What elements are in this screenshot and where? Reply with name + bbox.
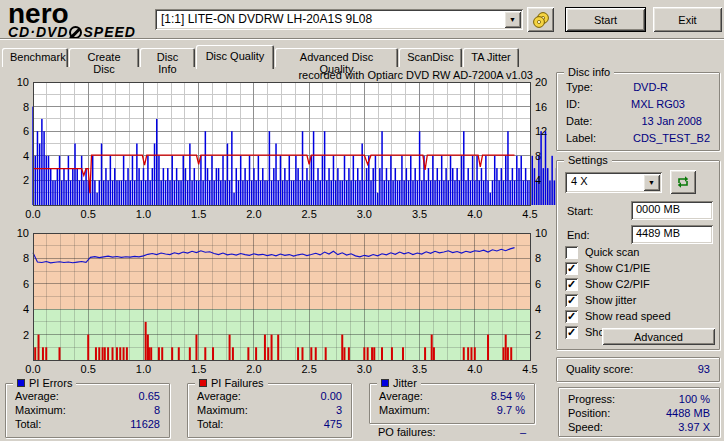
- pi-errors-title: PI Errors: [29, 377, 72, 389]
- tab-scandisc[interactable]: ScanDisc: [399, 48, 462, 67]
- tab-advanced-disc-quality[interactable]: Advanced Disc Quality: [275, 48, 398, 67]
- quality-score-value: 93: [698, 363, 710, 376]
- checkbox-box[interactable]: ✓: [565, 278, 578, 291]
- svg-text:3.0: 3.0: [357, 363, 372, 375]
- pi-errors-box: PI Errors Average:0.65 Maximum:8 Total:1…: [5, 383, 170, 438]
- jitter-chart: 2244668810100.00.51.01.52.02.53.03.54.04…: [0, 221, 556, 377]
- pi-failures-title: PI Failures: [211, 377, 264, 389]
- svg-text:10: 10: [17, 76, 29, 88]
- svg-text:0.5: 0.5: [81, 363, 96, 375]
- settings-title: Settings: [564, 154, 612, 166]
- pi-failures-average: 0.00: [321, 390, 342, 403]
- svg-text:10: 10: [17, 227, 29, 239]
- start-button[interactable]: Start: [565, 7, 646, 32]
- svg-text:4.5: 4.5: [522, 363, 537, 375]
- svg-text:1.5: 1.5: [191, 208, 206, 220]
- chart-header: recorded with Optiarc DVD RW AD-7200A v1…: [220, 69, 533, 81]
- tab-disc-info[interactable]: Disc Info: [140, 48, 195, 67]
- drive-select[interactable]: [1:1] LITE-ON DVDRW LH-20A1S 9L08 ▼: [155, 9, 523, 30]
- pi-errors-total: 11628: [130, 418, 160, 431]
- svg-text:0.0: 0.0: [25, 208, 40, 220]
- po-failures-row: PO failures: –: [369, 426, 535, 439]
- start-field[interactable]: 0000 MB: [631, 201, 713, 220]
- app-logo: nero CD·DVD SPEED: [8, 2, 158, 39]
- speed-select[interactable]: 4 X ▼: [565, 172, 662, 193]
- pi-failures-total: 475: [324, 418, 342, 431]
- svg-text:10: 10: [535, 227, 547, 239]
- svg-text:4.0: 4.0: [467, 208, 482, 220]
- pi-failures-maximum: 3: [336, 404, 342, 417]
- checkbox-show-read-speed[interactable]: ✓Show read speed: [565, 309, 671, 323]
- disc-date-value: 13 Jan 2008: [641, 115, 702, 128]
- svg-text:4: 4: [23, 150, 29, 162]
- chevron-down-icon[interactable]: ▼: [643, 174, 660, 191]
- end-field[interactable]: 4489 MB: [631, 225, 713, 244]
- svg-text:8: 8: [535, 150, 541, 162]
- disc-date-label: Date:: [566, 115, 592, 128]
- svg-text:12: 12: [535, 125, 547, 137]
- svg-text:8: 8: [535, 252, 541, 264]
- svg-text:4: 4: [535, 174, 541, 186]
- svg-text:6: 6: [23, 125, 29, 137]
- jitter-average: 8.54 %: [491, 390, 525, 403]
- svg-text:2: 2: [23, 329, 29, 341]
- svg-text:3.0: 3.0: [357, 208, 372, 220]
- svg-text:2.5: 2.5: [301, 208, 316, 220]
- disc-type-label: Type:: [566, 81, 593, 94]
- svg-text:16: 16: [535, 101, 547, 113]
- svg-text:8: 8: [23, 252, 29, 264]
- svg-text:3.5: 3.5: [412, 208, 427, 220]
- svg-text:8: 8: [23, 101, 29, 113]
- end-field-label: End:: [567, 229, 590, 241]
- checkbox-box[interactable]: ✓: [565, 262, 578, 275]
- svg-text:2: 2: [535, 329, 541, 341]
- refresh-button[interactable]: [670, 170, 696, 194]
- checkbox-box[interactable]: [565, 246, 578, 259]
- checkbox-box[interactable]: ✓: [565, 326, 578, 339]
- advanced-button-label: Advanced: [634, 331, 683, 343]
- svg-text:4.5: 4.5: [522, 208, 537, 220]
- disc-id-label: ID:: [566, 98, 580, 111]
- checkbox-box[interactable]: ✓: [565, 310, 578, 323]
- svg-text:1.0: 1.0: [136, 208, 151, 220]
- pi-failures-box: PI Failures Average:0.00 Maximum:3 Total…: [187, 383, 352, 438]
- toolbar-separator: [0, 38, 724, 40]
- svg-text:2.0: 2.0: [246, 208, 261, 220]
- disc-label-value: CDS_TEST_B2: [633, 132, 710, 145]
- pi-errors-chart: 246810481216200.00.51.01.52.02.53.03.54.…: [0, 68, 556, 220]
- tab-disc-quality[interactable]: Disc Quality: [196, 45, 274, 69]
- checkbox-show-c1-pie[interactable]: ✓Show C1/PIE: [565, 261, 650, 275]
- exit-button[interactable]: Exit: [653, 7, 722, 32]
- svg-text:4.0: 4.0: [467, 363, 482, 375]
- progress-box: Progress:100 % Position:4488 MB Speed:3.…: [558, 387, 720, 437]
- checkbox-show-jitter[interactable]: ✓Show jitter: [565, 293, 636, 307]
- checkbox-quick-scan[interactable]: Quick scan: [565, 245, 639, 259]
- progress-value: 100 %: [679, 393, 710, 406]
- refresh-icon: [675, 174, 691, 190]
- svg-text:0.5: 0.5: [81, 208, 96, 220]
- svg-text:1.0: 1.0: [136, 363, 151, 375]
- jitter-maximum: 9.7 %: [497, 404, 525, 417]
- pi-errors-maximum: 8: [154, 404, 160, 417]
- svg-text:2: 2: [23, 174, 29, 186]
- eject-disc-button[interactable]: [527, 7, 554, 32]
- quality-score-box: Quality score: 93: [556, 357, 720, 382]
- settings-group: Settings 4 X ▼ Start: 0000 MB End: 4489 …: [556, 160, 720, 350]
- checkbox-show-c2-pif[interactable]: ✓Show C2/PIF: [565, 277, 650, 291]
- tab-create-disc[interactable]: Create Disc: [69, 48, 139, 67]
- svg-text:2.5: 2.5: [301, 363, 316, 375]
- checkbox-box[interactable]: ✓: [565, 294, 578, 307]
- chevron-down-icon[interactable]: ▼: [504, 11, 521, 28]
- svg-text:2.0: 2.0: [246, 363, 261, 375]
- svg-text:3.5: 3.5: [412, 363, 427, 375]
- disc-label-label: Label:: [566, 132, 596, 145]
- tab-benchmark[interactable]: Benchmark: [2, 48, 68, 67]
- position-value: 4488 MB: [666, 407, 710, 420]
- pi-failures-legend-swatch: [199, 379, 207, 387]
- nero-cd-dvd-speed-window: { "app": { "logo_line1": "nero", "logo_l…: [0, 0, 724, 441]
- disc-info-title: Disc info: [564, 66, 614, 78]
- tab-ta-jitter[interactable]: TA Jitter: [463, 48, 519, 67]
- advanced-button[interactable]: Advanced: [602, 328, 715, 345]
- disc-id-value: MXL RG03: [631, 98, 685, 111]
- start-field-label: Start:: [567, 205, 593, 217]
